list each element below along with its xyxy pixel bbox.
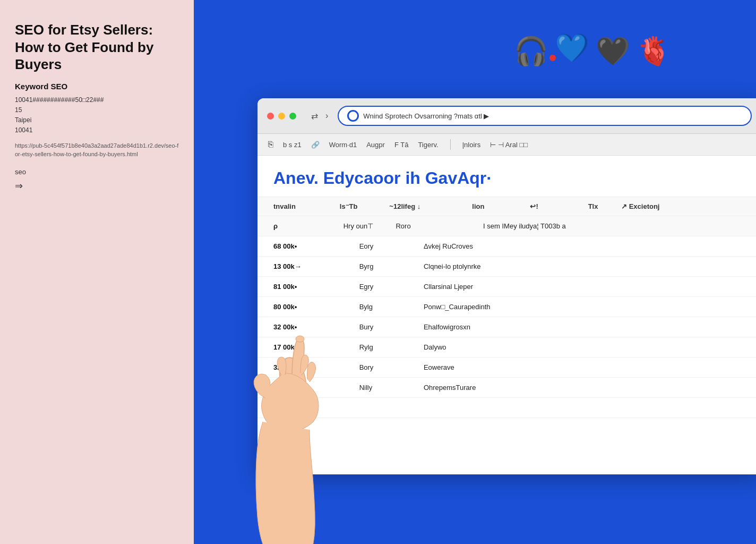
row7-col3: Eowerave xyxy=(424,363,745,371)
row3-col1: 81 00k• xyxy=(273,283,359,291)
th-invalin: tnvalin xyxy=(273,202,340,210)
aral-item[interactable]: ⊢ ⊣ Aral □□ xyxy=(490,141,528,149)
browser-nav: ⇄ › xyxy=(309,110,330,122)
row6-col1: 17 00k• xyxy=(273,343,359,351)
heart-dark-icon: 🖤 xyxy=(596,35,630,67)
tiger-item[interactable]: Tigerv. xyxy=(418,141,438,149)
sub-roro: Roro xyxy=(396,222,483,230)
address-bar[interactable]: Wnind Sprotech Ovsarroning ?mats αtl ▶ xyxy=(338,106,752,126)
toolbar-separator xyxy=(450,139,451,150)
address-text: Wnind Sprotech Ovsarroning ?mats αtl ▶ xyxy=(363,112,742,120)
row6-col3: Dalywo xyxy=(424,343,745,351)
meta-line4: 10041 xyxy=(15,126,32,134)
row8-col3: OhrepemsTurare xyxy=(424,384,745,392)
table-row: 32 00k• Bory Eowerave xyxy=(257,358,756,378)
page-title: SEO for Etsy Sellers: How to Get Found b… xyxy=(15,21,179,73)
row3-col2: Egry xyxy=(359,283,424,291)
maximize-button[interactable] xyxy=(289,113,296,120)
toolbar-item-1[interactable]: b s z1 xyxy=(283,141,302,149)
sub-hry: Hry oun⊤ xyxy=(343,222,396,230)
table-row: S0 00k• Nilly OhrepemsTurare xyxy=(257,378,756,398)
heading-normal: Anev. xyxy=(273,168,323,188)
red-dot xyxy=(549,55,556,61)
browser-chrome: ⇄ › Wnind Sprotech Ovsarroning ?mats αtl… xyxy=(257,98,756,134)
row7-col1: 32 00k• xyxy=(273,363,359,371)
table-row: 81 00k• Egry Cllarsinal Ljeper xyxy=(257,277,756,297)
th-12lifeg[interactable]: ~12lifeg ↓ xyxy=(389,202,472,210)
meta-info: 10041############50□22### 15 Taipei 1004… xyxy=(15,95,179,136)
row1-col2: Eory xyxy=(359,242,424,250)
th-tlx: Tlx xyxy=(588,202,621,210)
page-heading: Anev. Edycaoor ih GavAqr· xyxy=(257,156,756,197)
table-row: 32 00k• Bury Ehalfowigrosxn xyxy=(257,317,756,337)
back-button[interactable]: ⇄ xyxy=(309,110,320,122)
row2-col2: Byrg xyxy=(359,262,424,270)
meta-line2: 15 xyxy=(15,106,22,114)
row4-col3: Ponw□_Caurapedinth xyxy=(424,303,745,311)
augpr-item[interactable]: Augpr xyxy=(366,141,385,149)
row7-col2: Bory xyxy=(359,363,424,371)
close-button[interactable] xyxy=(267,113,274,120)
heading-rest: ih GavAqr· xyxy=(400,168,491,188)
sidebar-arrow-icon: ⇒ xyxy=(15,180,179,192)
row6-col2: Rylg xyxy=(359,343,424,351)
toolbar-item-0[interactable]: ⎘ xyxy=(268,140,273,149)
table-row: 68 00k• Eory Δvkej RuCroves xyxy=(257,236,756,257)
row5-col1: 32 00k• xyxy=(273,323,359,331)
browser-content: Anev. Edycaoor ih GavAqr· tnvalin ls⁻Tb … xyxy=(257,156,756,474)
sidebar-tag: seo xyxy=(15,168,179,176)
forward-button[interactable]: › xyxy=(323,110,330,122)
th-return: ↩! xyxy=(530,202,563,210)
th-lstb: ls⁻Tb xyxy=(340,202,390,210)
row4-col2: Bylg xyxy=(359,303,424,311)
nloirs-item[interactable]: |nloirs xyxy=(462,141,480,149)
row8-col2: Nilly xyxy=(359,384,424,392)
th-excietonj: ↗ Excietonj xyxy=(621,202,745,210)
meta-line3: Taipei xyxy=(15,116,31,124)
th-lion: lion xyxy=(472,202,530,210)
row4-col1: 80 00k• xyxy=(273,303,359,311)
browser-toolbar: ⎘ b s z1 🔗 Worm·d1 Augpr F Tā Tigerv. |n… xyxy=(257,134,756,156)
page-heading-text: Anev. Edycaoor ih GavAqr· xyxy=(273,168,745,188)
table-row: 80 00k• Bylg Ponw□_Caurapedinth xyxy=(257,297,756,317)
sidebar-url[interactable]: https://pub-5c454f571b8e40a3a2aad27ade84… xyxy=(15,142,179,158)
table-row: 17 00k• Rylg Dalywo xyxy=(257,337,756,358)
minimize-button[interactable] xyxy=(278,113,285,120)
worm-item[interactable]: Worm·d1 xyxy=(329,141,357,149)
sub-header-row: ρ Hry oun⊤ Roro I sem IMey iludya¦ T003b… xyxy=(257,216,756,236)
meta-line1: 10041############50□22### xyxy=(15,96,104,104)
table-row: 13 00k→ Byrg Clqnei-lo ptolynrke xyxy=(257,257,756,277)
browser-window: ⇄ › Wnind Sprotech Ovsarroning ?mats αtl… xyxy=(257,98,756,474)
row3-col3: Cllarsinal Ljeper xyxy=(424,283,745,291)
heading-blue: Edycaoor xyxy=(323,168,401,188)
sub-desc: I sem IMey iludya¦ T003b a xyxy=(483,222,745,230)
anatomical-heart-icon: 🫀 xyxy=(637,35,671,67)
row9-col1: 3F 00k• xyxy=(273,404,359,412)
ta-item[interactable]: F Tā xyxy=(394,141,409,149)
decorative-icons: 🎧 💙 🖤 🫀 xyxy=(514,32,671,71)
row2-col3: Clqnei-lo ptolynrke xyxy=(424,262,745,270)
traffic-lights xyxy=(267,113,296,120)
row5-col2: Bury xyxy=(359,323,424,331)
main-content: 🎧 💙 🖤 🫀 ⇄ › Wnind Sprotech Ovsarroning ?… xyxy=(194,0,756,544)
row1-col3: Δvkej RuCroves xyxy=(424,242,745,250)
row5-col3: Ehalfowigrosxn xyxy=(424,323,745,331)
table-row: 3F 00k• xyxy=(257,398,756,418)
headphone-icon: 🎧 xyxy=(514,35,548,67)
heart-blue-icon: 💙 xyxy=(555,32,589,63)
row2-col1: 13 00k→ xyxy=(273,262,359,270)
row1-col1: 68 00k• xyxy=(273,242,359,250)
sidebar: SEO for Etsy Sellers: How to Get Found b… xyxy=(0,0,194,544)
toolbar-item-2[interactable]: 🔗 xyxy=(311,141,320,149)
address-circle-icon xyxy=(347,110,359,122)
row8-col1: S0 00k• xyxy=(273,384,359,392)
keyword-label: Keyword SEO xyxy=(15,82,179,91)
table-header: tnvalin ls⁻Tb ~12lifeg ↓ lion ↩! Tlx ↗ E… xyxy=(257,197,756,216)
sub-rho: ρ xyxy=(273,222,343,230)
